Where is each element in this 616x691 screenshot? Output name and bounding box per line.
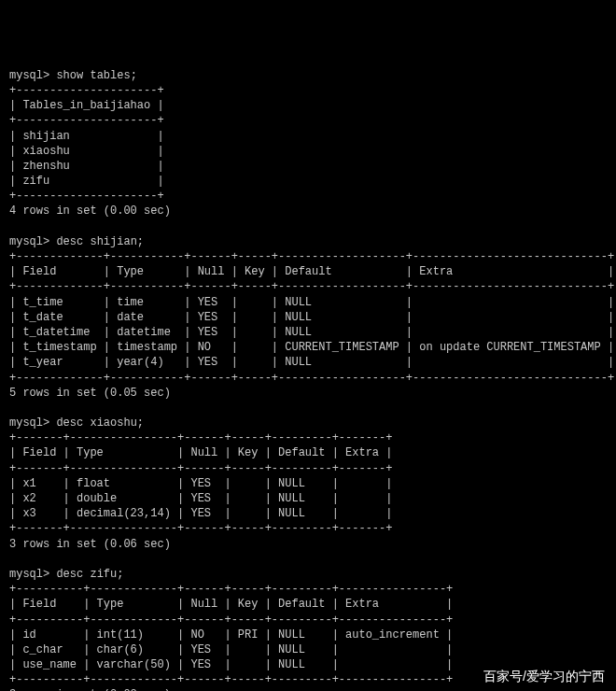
tables-list-table: +---------------------+ | Tables_in_baij… [9, 84, 164, 203]
result-footer: 5 rows in set (0.05 sec) [9, 387, 171, 400]
result-footer: 4 rows in set (0.00 sec) [9, 204, 171, 218]
desc-xiaoshu-table: +-------+----------------+------+-----+-… [9, 431, 392, 535]
result-footer: 3 rows in set (0.06 sec) [9, 538, 171, 551]
prompt: mysql> desc zifu; [9, 568, 123, 581]
prompt: mysql> desc xiaoshu; [9, 416, 144, 430]
prompt: mysql> show tables; [9, 69, 137, 82]
terminal-output: mysql> show tables; +-------------------… [9, 68, 607, 691]
watermark-text: 百家号/爱学习的宁西 [483, 668, 605, 685]
desc-shijian-table: +-------------+-----------+------+-----+… [9, 250, 614, 385]
desc-zifu-table: +----------+-------------+------+-----+-… [9, 583, 453, 686]
prompt: mysql> desc shijian; [9, 235, 144, 248]
